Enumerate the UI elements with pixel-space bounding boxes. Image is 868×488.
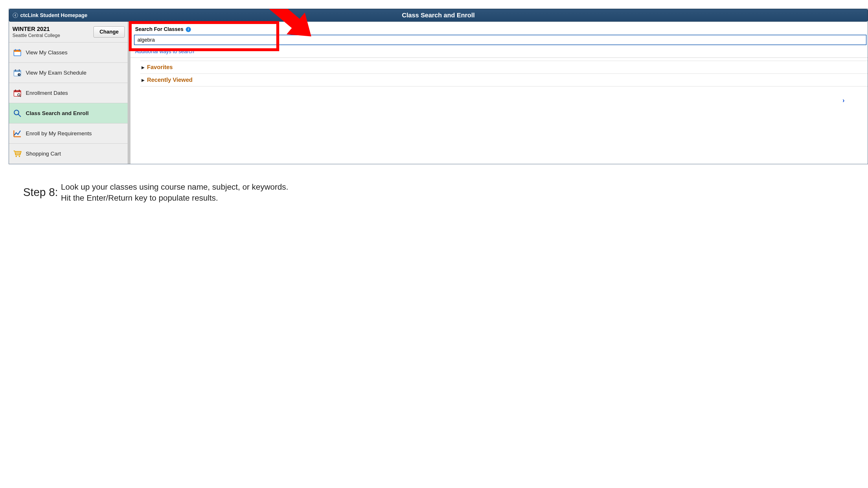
chevron-left-icon	[13, 13, 18, 18]
favorites-label: Favorites	[147, 64, 173, 70]
sidebar-item-label: Class Search and Enroll	[26, 110, 89, 117]
sidebar-item-view-my-exam-schedule[interactable]: View My Exam Schedule	[9, 63, 128, 83]
sidebar-item-label: Enrollment Dates	[26, 90, 68, 96]
term-text: WINTER 2021 Seattle Central College	[12, 26, 60, 38]
search-icon	[13, 109, 22, 118]
svg-rect-1	[14, 50, 21, 52]
sidebar-item-enroll-by-my-requirements[interactable]: Enroll by My Requirements	[9, 124, 128, 144]
class-search-input[interactable]	[134, 35, 867, 45]
app-shell: ctcLink Student Homepage Class Search an…	[9, 9, 868, 164]
calendar-icon	[13, 48, 22, 57]
step-text-line1: Look up your classes using course name, …	[61, 183, 288, 191]
search-label-row: Search For Classes i	[135, 26, 868, 32]
step-text: Look up your classes using course name, …	[61, 182, 288, 203]
sidebar-item-class-search-and-enroll[interactable]: Class Search and Enroll	[9, 103, 128, 124]
svg-rect-7	[19, 69, 20, 71]
calendar-search-icon	[13, 89, 22, 97]
college-name: Seattle Central College	[12, 33, 60, 38]
sidebar: WINTER 2021 Seattle Central College Chan…	[9, 22, 128, 164]
divider	[130, 58, 868, 58]
content-area: Search For Classes i Additional ways to …	[128, 22, 868, 164]
svg-rect-2	[15, 49, 16, 51]
cart-icon	[13, 150, 22, 158]
sidebar-item-label: Enroll by My Requirements	[26, 130, 92, 137]
additional-ways-to-search-link[interactable]: Additional ways to search	[135, 48, 194, 55]
back-button[interactable]: ctcLink Student Homepage	[13, 12, 87, 19]
line-chart-icon	[13, 129, 22, 138]
svg-point-24	[19, 156, 20, 157]
search-label: Search For Classes	[135, 26, 183, 32]
step-caption: Step 8: Look up your classes using cours…	[9, 164, 868, 212]
term-name: WINTER 2021	[12, 26, 60, 32]
svg-rect-3	[19, 49, 20, 51]
recently-viewed-label: Recently Viewed	[147, 76, 192, 83]
term-block: WINTER 2021 Seattle Central College Chan…	[9, 22, 128, 42]
info-icon[interactable]: i	[186, 27, 191, 32]
sidebar-item-label: View My Exam Schedule	[26, 70, 87, 76]
favorites-section[interactable]: ▶ Favorites	[140, 61, 868, 74]
calendar-clock-icon	[13, 68, 22, 77]
svg-rect-10	[14, 91, 21, 92]
svg-rect-5	[14, 70, 21, 72]
svg-rect-6	[15, 69, 16, 71]
page-title: Class Search and Enroll	[9, 11, 867, 19]
sidebar-item-view-my-classes[interactable]: View My Classes	[9, 42, 128, 63]
svg-line-16	[18, 114, 21, 117]
triangle-right-icon: ▶	[142, 78, 145, 83]
svg-rect-11	[15, 90, 16, 91]
sidebar-item-label: Shopping Cart	[26, 151, 61, 157]
step-number: Step 8:	[23, 186, 58, 199]
chevron-right-icon[interactable]: ›	[842, 97, 844, 104]
svg-rect-12	[19, 90, 20, 91]
change-term-button[interactable]: Change	[93, 26, 125, 38]
sidebar-item-label: View My Classes	[26, 50, 67, 56]
step-text-line2: Hit the Enter/Return key to populate res…	[61, 193, 218, 202]
svg-point-23	[16, 156, 17, 157]
recently-viewed-section[interactable]: ▶ Recently Viewed	[140, 74, 868, 87]
sidebar-item-enrollment-dates[interactable]: Enrollment Dates	[9, 83, 128, 103]
sidebar-item-shopping-cart[interactable]: Shopping Cart	[9, 144, 128, 164]
collapse-group: ▶ Favorites ▶ Recently Viewed	[140, 61, 868, 87]
body-area: WINTER 2021 Seattle Central College Chan…	[9, 22, 868, 164]
triangle-right-icon: ▶	[142, 65, 145, 70]
header-bar: ctcLink Student Homepage Class Search an…	[9, 9, 868, 22]
back-label: ctcLink Student Homepage	[20, 12, 87, 19]
